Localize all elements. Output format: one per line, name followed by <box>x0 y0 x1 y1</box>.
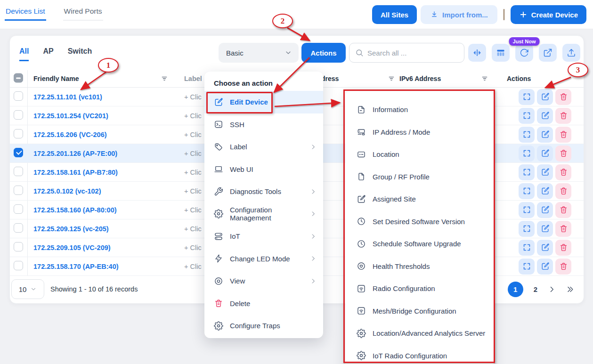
device-name-link[interactable]: 172.25.201.126 (AP-7E:00) <box>33 150 117 157</box>
edit-device-button[interactable] <box>537 183 553 199</box>
delete-device-button[interactable] <box>555 127 571 143</box>
select-all-checkbox[interactable] <box>14 73 23 83</box>
device-name-link[interactable]: 172.25.158.161 (AP-B7:80) <box>33 169 118 176</box>
action-menu-item[interactable]: Configuration Management <box>204 203 323 226</box>
action-menu-item[interactable]: Label <box>204 136 323 158</box>
filter-icon[interactable] <box>161 75 168 82</box>
add-label-cell[interactable]: + Clic <box>184 150 202 157</box>
delete-device-button[interactable] <box>555 221 571 237</box>
page-2-button[interactable]: 2 <box>534 285 537 293</box>
chevrons-right-icon[interactable] <box>566 285 574 293</box>
device-name-link[interactable]: 172.25.209.125 (vc-205) <box>33 225 109 233</box>
row-checkbox[interactable] <box>14 110 23 120</box>
submenu-item[interactable]: IoT Radio Configuration <box>345 345 494 364</box>
device-name-link[interactable]: 172.25.11.101 (vc101) <box>33 93 102 101</box>
toolbar-icon-button[interactable]: Just Now <box>515 44 533 62</box>
device-name-link[interactable]: 172.25.158.170 (AP-EB:40) <box>33 263 119 270</box>
edit-device-button[interactable] <box>537 164 553 180</box>
action-menu-item[interactable]: Delete <box>204 292 323 315</box>
submenu-item[interactable]: Health Thresholds <box>345 255 494 278</box>
filter-icon[interactable] <box>388 75 395 82</box>
tab-devices-list[interactable]: Devices List <box>5 7 46 21</box>
expand-row-button[interactable] <box>519 259 535 275</box>
edit-device-button[interactable] <box>537 202 553 218</box>
all-sites-button[interactable]: All Sites <box>372 5 417 24</box>
toolbar-icon-button[interactable] <box>562 44 580 62</box>
action-menu-item[interactable]: IoT <box>204 225 323 248</box>
edit-device-button[interactable] <box>537 108 553 124</box>
row-checkbox[interactable] <box>14 167 23 176</box>
submenu-item[interactable]: Location <box>345 143 494 166</box>
add-label-cell[interactable]: + Clic <box>184 206 202 214</box>
submenu-item[interactable]: Schedule Software Upgrade <box>345 233 494 255</box>
row-checkbox[interactable] <box>14 129 23 138</box>
submenu-item[interactable]: Assigned Site <box>345 188 494 210</box>
add-label-cell[interactable]: + Clic <box>184 131 202 138</box>
add-label-cell[interactable]: + Clic <box>184 244 202 251</box>
edit-device-button[interactable] <box>537 240 553 256</box>
submenu-item[interactable]: IP Address / Mode <box>345 121 494 144</box>
device-name-link[interactable]: 172.25.16.206 (VC-206) <box>33 131 107 138</box>
import-from-button[interactable]: Import from... <box>421 5 497 24</box>
header-ipv6-address[interactable]: IPv6 Address <box>399 75 441 82</box>
create-device-button[interactable]: Create Device <box>511 5 586 24</box>
tab-switch[interactable]: Switch <box>68 47 92 61</box>
toolbar-icon-button[interactable] <box>468 44 486 62</box>
tab-ap[interactable]: AP <box>43 47 53 61</box>
tab-wired-ports[interactable]: Wired Ports <box>63 7 103 21</box>
toolbar-icon-button[interactable] <box>492 44 510 62</box>
edit-device-button[interactable] <box>537 127 553 143</box>
edit-device-button[interactable] <box>537 89 553 105</box>
delete-device-button[interactable] <box>555 146 571 162</box>
delete-device-button[interactable] <box>555 164 571 180</box>
expand-row-button[interactable] <box>519 89 535 105</box>
action-menu-item[interactable]: Diagnostic Tools <box>204 180 323 203</box>
device-name-link[interactable]: 172.25.0.102 (vc-102) <box>33 187 101 195</box>
chevron-right-icon[interactable] <box>548 285 556 293</box>
expand-row-button[interactable] <box>519 164 535 180</box>
row-checkbox[interactable] <box>14 186 23 195</box>
row-checkbox[interactable] <box>14 204 23 214</box>
action-menu-item[interactable]: Configure Traps <box>204 315 323 337</box>
edit-device-button[interactable] <box>537 146 553 162</box>
delete-device-button[interactable] <box>555 183 571 199</box>
header-label[interactable]: Label <box>184 75 202 82</box>
row-checkbox[interactable] <box>14 148 23 157</box>
actions-button[interactable]: Actions <box>301 43 346 63</box>
action-menu-item[interactable]: Web UI <box>204 158 323 181</box>
device-name-link[interactable]: 172.25.101.254 (VC201) <box>33 112 108 120</box>
action-menu-item[interactable]: SSH <box>204 113 323 136</box>
add-label-cell[interactable]: + Clic <box>184 169 202 176</box>
submenu-item[interactable]: Information <box>345 98 494 121</box>
add-label-cell[interactable]: + Clic <box>184 263 202 270</box>
add-label-cell[interactable]: + Clic <box>184 93 202 101</box>
expand-row-button[interactable] <box>519 202 535 218</box>
action-menu-item[interactable]: View <box>204 270 323 292</box>
row-checkbox[interactable] <box>14 242 23 251</box>
add-label-cell[interactable]: + Clic <box>184 187 202 195</box>
filter-icon[interactable] <box>481 75 488 82</box>
expand-row-button[interactable] <box>519 146 535 162</box>
submenu-item[interactable]: Location/Advanced Analytics Server <box>345 322 494 345</box>
submenu-item[interactable]: Radio Configuration <box>345 277 494 300</box>
edit-device-button[interactable] <box>537 259 553 275</box>
view-select[interactable]: Basic <box>219 43 299 63</box>
expand-row-button[interactable] <box>519 221 535 237</box>
delete-device-button[interactable] <box>555 108 571 124</box>
delete-device-button[interactable] <box>555 202 571 218</box>
submenu-item[interactable]: Set Desired Software Version <box>345 210 494 233</box>
delete-device-button[interactable] <box>555 259 571 275</box>
delete-device-button[interactable] <box>555 240 571 256</box>
page-size-select[interactable]: 10 <box>11 279 44 299</box>
tab-all[interactable]: All <box>19 47 29 61</box>
action-menu-item[interactable]: Change LED Mode <box>204 248 323 270</box>
delete-device-button[interactable] <box>555 89 571 105</box>
row-checkbox[interactable] <box>14 91 23 101</box>
row-checkbox[interactable] <box>14 223 23 233</box>
row-checkbox[interactable] <box>14 261 23 270</box>
expand-row-button[interactable] <box>519 240 535 256</box>
search-input[interactable] <box>367 49 459 57</box>
add-label-cell[interactable]: + Clic <box>184 225 202 233</box>
action-menu-item[interactable]: Edit Device <box>204 91 323 113</box>
expand-row-button[interactable] <box>519 108 535 124</box>
